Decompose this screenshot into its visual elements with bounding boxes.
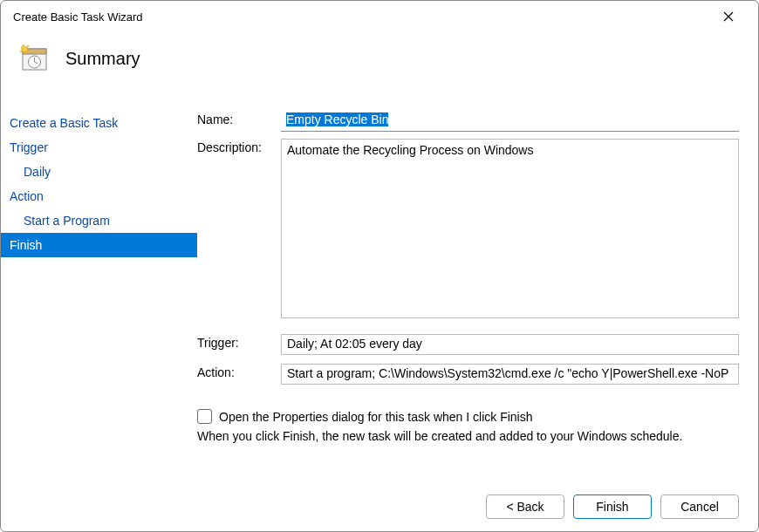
finish-button[interactable]: Finish	[573, 494, 652, 519]
window-title: Create Basic Task Wizard	[13, 10, 143, 24]
close-icon	[723, 11, 734, 22]
step-daily[interactable]: Daily	[1, 160, 197, 184]
page-heading: Summary	[65, 49, 140, 69]
action-row: Action: Start a program; C:\Windows\Syst…	[197, 364, 739, 385]
titlebar: Create Basic Task Wizard	[1, 1, 758, 32]
open-properties-label: Open the Properties dialog for this task…	[219, 410, 533, 424]
step-action[interactable]: Action	[1, 184, 197, 208]
wizard-icon	[18, 43, 50, 74]
trigger-label: Trigger:	[197, 334, 281, 350]
step-finish[interactable]: Finish	[1, 233, 197, 257]
step-create-basic-task[interactable]: Create a Basic Task	[1, 111, 197, 135]
trigger-field[interactable]: Daily; At 02:05 every day	[281, 334, 739, 355]
name-label: Name:	[197, 111, 281, 126]
action-field[interactable]: Start a program; C:\Windows\System32\cmd…	[281, 364, 739, 385]
cancel-button[interactable]: Cancel	[660, 494, 739, 519]
back-button[interactable]: < Back	[486, 494, 564, 519]
wizard-steps-sidebar: Create a Basic Task Trigger Daily Action…	[1, 111, 197, 482]
step-trigger[interactable]: Trigger	[1, 135, 197, 160]
name-value: Empty Recycle Bin	[286, 113, 388, 126]
close-button[interactable]	[709, 3, 748, 30]
description-row: Description: Automate the Recycling Proc…	[197, 139, 739, 318]
description-field[interactable]: Automate the Recycling Process on Window…	[281, 139, 739, 318]
content-area: Create a Basic Task Trigger Daily Action…	[1, 88, 758, 482]
button-bar: < Back Finish Cancel	[1, 482, 758, 531]
wizard-header: Summary	[1, 32, 758, 88]
finish-note: When you click Finish, the new task will…	[197, 429, 739, 443]
open-properties-row: Open the Properties dialog for this task…	[197, 409, 739, 424]
description-label: Description:	[197, 139, 281, 154]
form-panel: Name: Empty Recycle Bin Description: Aut…	[197, 111, 758, 482]
name-field[interactable]: Empty Recycle Bin	[281, 111, 739, 132]
step-start-a-program[interactable]: Start a Program	[1, 208, 197, 233]
name-row: Name: Empty Recycle Bin	[197, 111, 739, 132]
action-label: Action:	[197, 364, 281, 379]
open-properties-checkbox[interactable]	[197, 409, 212, 424]
trigger-row: Trigger: Daily; At 02:05 every day	[197, 334, 739, 355]
